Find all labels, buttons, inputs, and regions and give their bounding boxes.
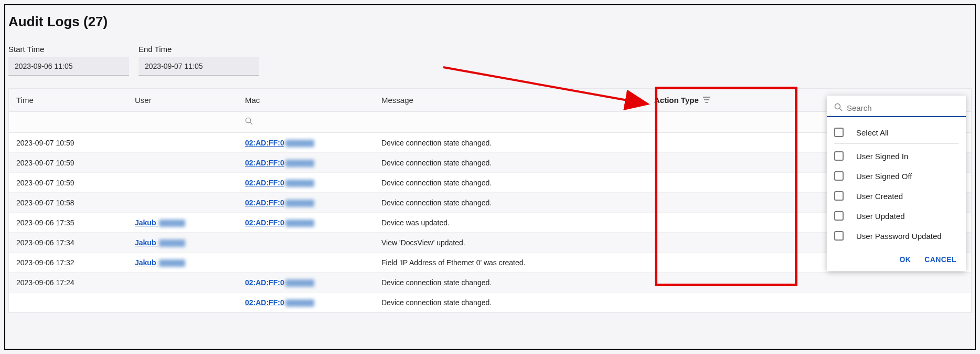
start-time-input[interactable]	[8, 57, 129, 76]
filter-option-row[interactable]: User Signed In	[834, 146, 958, 166]
col-header-mac[interactable]: Mac	[245, 96, 381, 105]
cell-mac: 02:AD:FF:0	[245, 159, 381, 167]
redacted-text	[285, 279, 314, 287]
redacted-text	[285, 299, 314, 307]
redacted-text	[159, 220, 185, 227]
cell-user: Jakub	[135, 258, 245, 267]
cell-message: Device connection state changed.	[381, 159, 654, 167]
col-header-time[interactable]: Time	[9, 96, 135, 105]
col-header-user[interactable]: User	[135, 96, 245, 105]
mac-link[interactable]: 02:AD:FF:0	[245, 179, 314, 187]
mac-link[interactable]: 02:AD:FF:0	[245, 278, 314, 287]
cell-user: Jakub	[135, 218, 245, 227]
checkbox-icon	[834, 211, 844, 221]
cell-message: Device was updated.	[381, 218, 654, 227]
user-link[interactable]: Jakub	[135, 218, 185, 227]
cell-mac: 02:AD:FF:0	[245, 298, 381, 307]
start-time-block: Start Time	[8, 45, 129, 76]
time-filter-bar: Start Time End Time	[5, 34, 975, 81]
col-header-message[interactable]: Message	[381, 96, 654, 105]
redacted-text	[159, 259, 185, 267]
cell-time: 2023-09-06 17:32	[9, 258, 135, 267]
cell-mac: 02:AD:FF:0	[245, 218, 381, 227]
user-link[interactable]: Jakub	[135, 238, 185, 247]
page-title: Audit Logs (27)	[5, 5, 975, 34]
cancel-button[interactable]: CANCEL	[924, 255, 956, 264]
table-header-row: Time User Mac Message Action Type	[9, 89, 971, 112]
cell-message: Device connection state changed.	[381, 199, 654, 207]
cell-message: Device connection state changed.	[381, 179, 654, 187]
cell-time: 2023-09-06 17:35	[9, 218, 135, 227]
checkbox-icon	[834, 231, 844, 241]
mac-link[interactable]: 02:AD:FF:0	[245, 159, 314, 167]
cell-time: 2023-09-07 10:58	[9, 199, 135, 207]
search-icon[interactable]	[245, 118, 253, 127]
filter-option-label: User Updated	[856, 212, 905, 221]
select-all-row[interactable]: Select All	[834, 122, 958, 142]
table-row[interactable]: 02:AD:FF:0Device connection state change…	[9, 293, 971, 313]
checkbox-icon	[834, 128, 844, 137]
end-time-input[interactable]	[139, 57, 259, 76]
end-time-label: End Time	[139, 45, 259, 54]
cell-mac: 02:AD:FF:0	[245, 199, 381, 207]
filter-search-input[interactable]	[847, 103, 958, 112]
filter-option-label: User Signed Off	[856, 172, 912, 181]
filter-search-bar	[827, 96, 966, 117]
filter-option-row[interactable]: User Created	[834, 186, 958, 206]
cell-time: 2023-09-06 17:34	[9, 238, 135, 247]
svg-line-1	[840, 109, 843, 111]
filter-option-row[interactable]: User Password Updated	[834, 226, 958, 246]
checkbox-icon	[834, 151, 844, 161]
redacted-text	[159, 240, 185, 247]
redacted-text	[285, 200, 314, 207]
checkbox-icon	[834, 171, 844, 181]
search-icon	[834, 103, 843, 113]
redacted-text	[285, 160, 314, 167]
filter-icon	[703, 96, 710, 105]
ok-button[interactable]: OK	[899, 255, 911, 264]
select-all-label: Select All	[856, 128, 889, 137]
svg-point-0	[835, 104, 840, 109]
filter-option-label: User Password Updated	[856, 232, 942, 241]
action-type-label: Action Type	[654, 96, 699, 105]
redacted-text	[285, 140, 314, 147]
cell-message: Field 'IP Address of Ethernet 0' was cre…	[381, 258, 654, 267]
filter-option-label: User Created	[856, 192, 903, 201]
mac-link[interactable]: 02:AD:FF:0	[245, 218, 314, 227]
cell-mac: 02:AD:FF:0	[245, 278, 381, 287]
mac-link[interactable]: 02:AD:FF:0	[245, 199, 314, 207]
cell-mac: 02:AD:FF:0	[245, 139, 381, 147]
mac-link[interactable]: 02:AD:FF:0	[245, 298, 314, 307]
mac-link[interactable]: 02:AD:FF:0	[245, 139, 314, 147]
cell-time: 2023-09-07 10:59	[9, 139, 135, 147]
start-time-label: Start Time	[8, 45, 129, 54]
filter-option-row[interactable]: User Updated	[834, 206, 958, 226]
col-header-action-type[interactable]: Action Type Selec	[654, 96, 971, 105]
table-row[interactable]: 2023-09-06 17:2402:AD:FF:0Device connect…	[9, 273, 971, 293]
cell-message: Device connection state changed.	[381, 298, 654, 307]
cell-time: 2023-09-06 17:24	[9, 278, 135, 287]
redacted-text	[285, 220, 314, 227]
redacted-text	[285, 180, 314, 187]
cell-message: Device connection state changed.	[381, 139, 654, 147]
cell-user: Jakub	[135, 238, 245, 247]
cell-time: 2023-09-07 10:59	[9, 179, 135, 187]
cell-mac: 02:AD:FF:0	[245, 179, 381, 187]
filter-option-row[interactable]: User Signed Off	[834, 166, 958, 186]
audit-logs-panel: Audit Logs (27) Start Time End Time Time…	[4, 4, 976, 350]
cell-message: Device connection state changed.	[381, 278, 654, 287]
end-time-block: End Time	[139, 45, 259, 76]
divider	[834, 143, 958, 144]
user-link[interactable]: Jakub	[135, 258, 185, 267]
checkbox-icon	[834, 191, 844, 201]
cell-message: View 'DocsView' updated.	[381, 238, 654, 247]
cell-time: 2023-09-07 10:59	[9, 159, 135, 167]
filter-option-label: User Signed In	[856, 152, 908, 161]
svg-line-3	[250, 122, 252, 124]
audit-table: Time User Mac Message Action Type	[8, 88, 972, 313]
svg-point-2	[246, 118, 250, 122]
action-type-filter-popup: Select All User Signed InUser Signed Off…	[827, 96, 966, 271]
